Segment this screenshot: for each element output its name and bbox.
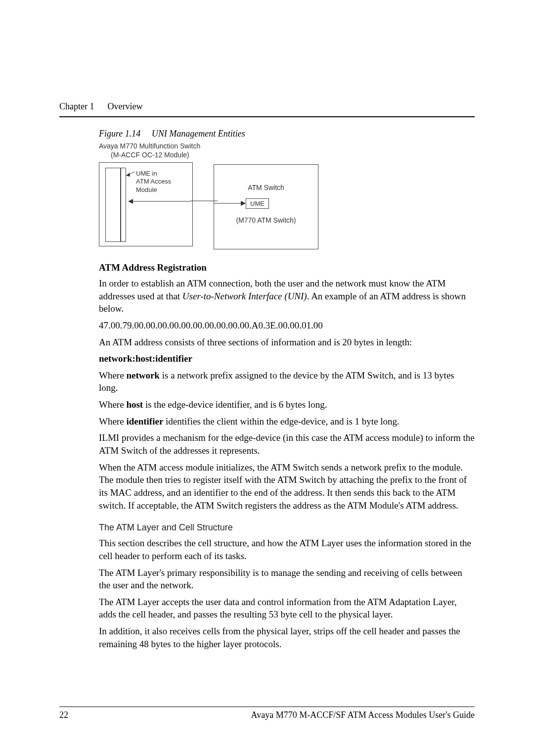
svg-line-0 — [126, 172, 135, 176]
paragraph: In order to establish an ATM connection,… — [99, 277, 475, 315]
paragraph: ILMI provides a mechanism for the edge-d… — [99, 431, 475, 457]
paragraph: When the ATM access module initializes, … — [99, 461, 475, 512]
diagram-left-inner — [105, 168, 121, 242]
paragraph: This section describes the cell structur… — [99, 537, 475, 562]
paragraph: Where network is a network prefix assign… — [99, 369, 475, 394]
figure-top-line1: Avaya M770 Multifunction Switch — [99, 142, 475, 151]
figure-number: Figure 1.14 — [99, 129, 140, 139]
diagram-left-l3: Module — [136, 186, 171, 194]
footer-guide-title: Avaya M770 M-ACCF/SF ATM Access Modules … — [251, 710, 475, 720]
diagram-right-sub: (M770 ATM Switch) — [214, 216, 318, 224]
diagram-left-l2: ATM Access — [136, 178, 171, 186]
paragraph: An ATM address consists of three section… — [99, 336, 475, 349]
diagram-right-box: ATM Switch UME (M770 ATM Switch) — [214, 164, 318, 249]
atm-address-example: 47.00.79.00.00.00.00.00.00.00.00.00.00.A… — [99, 319, 475, 332]
svg-marker-3 — [128, 199, 133, 204]
svg-marker-1 — [126, 173, 130, 177]
section-heading-atm-address: ATM Address Registration — [99, 262, 475, 273]
nhi-label: network:host:identifier — [99, 352, 475, 365]
paragraph: Where identifier identifies the client w… — [99, 415, 475, 428]
header-title: Overview — [107, 101, 142, 111]
paragraph: The ATM Layer accepts the user data and … — [99, 596, 475, 621]
paragraph: In addition, it also receives cells from… — [99, 625, 475, 650]
diagram-left-l1: UME in — [136, 170, 171, 178]
diagram-left-slot — [120, 168, 126, 242]
text-bold-network: network — [126, 370, 160, 380]
diagram-left-box: UME in ATM Access Module — [99, 162, 193, 246]
text: is the edge-device identifier, and is 6 … — [143, 399, 327, 410]
text: identifies the client within the edge-de… — [163, 416, 400, 426]
page-number: 22 — [59, 710, 68, 720]
svg-marker-5 — [241, 201, 246, 206]
figure-top-label: Avaya M770 Multifunction Switch (M-ACCF … — [99, 142, 475, 159]
header-chapter: Chapter 1 — [59, 101, 94, 111]
paragraph: The ATM Layer's primary responsibility i… — [99, 567, 475, 592]
figure-caption: Figure 1.14 UNI Management Entities — [99, 129, 475, 139]
figure-diagram: UME in ATM Access Module ATM Switch UME … — [99, 162, 475, 249]
header-rule — [59, 116, 475, 117]
page-footer: 22 Avaya M770 M-ACCF/SF ATM Access Modul… — [59, 707, 475, 720]
diagram-right-ume: UME — [246, 198, 269, 209]
paragraph: Where host is the edge-device identifier… — [99, 398, 475, 411]
diagram-right-title: ATM Switch — [214, 184, 318, 191]
page-header: Chapter 1 Overview — [59, 101, 475, 112]
text-bold-host: host — [126, 399, 143, 410]
text: Where — [99, 370, 126, 380]
diagram-left-label: UME in ATM Access Module — [136, 170, 171, 194]
section-heading-atm-layer: The ATM Layer and Cell Structure — [99, 522, 475, 533]
figure-title: UNI Management Entities — [152, 129, 245, 139]
figure-top-line2: (M-ACCF OC-12 Module) — [99, 151, 475, 160]
text: Where — [99, 399, 126, 410]
text-bold-identifier: identifier — [126, 416, 163, 426]
text: Where — [99, 416, 126, 426]
text-italic-uni: User-to-Network Interface (UNI) — [182, 291, 307, 301]
